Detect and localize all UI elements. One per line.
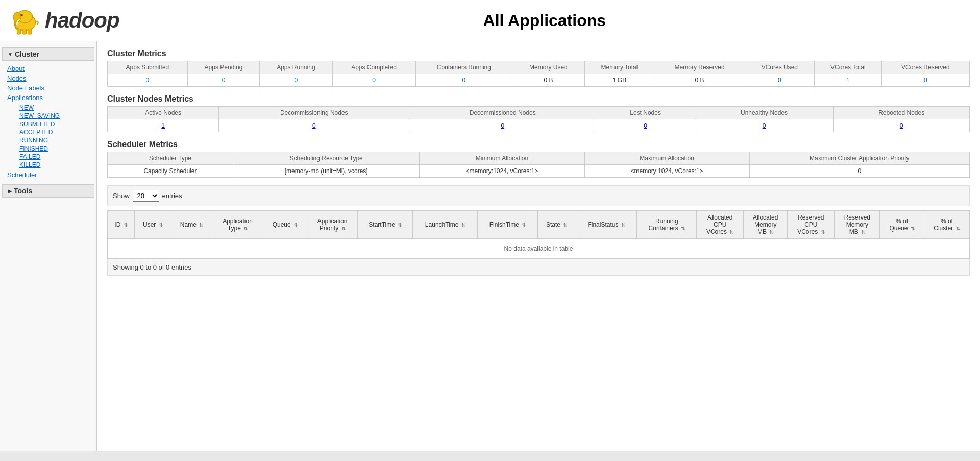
th-launch-time[interactable]: LaunchTime ⇅ [413,211,478,239]
sidebar-item-node-labels[interactable]: Node Labels [7,83,89,93]
val-decommissioning-nodes[interactable]: 0 [219,119,409,132]
app-sub-links: NEW NEW_SAVING SUBMITTED ACCEPTED RUNNIN… [7,103,89,170]
sort-icon-pct-cluster: ⇅ [956,226,960,231]
sort-icon-user: ⇅ [159,222,163,228]
logo-area: hadoop [10,5,119,36]
col-vcores-used: VCores Used [745,61,814,74]
th-reserved-cpu-vcores[interactable]: ReservedCPUVCores ⇅ [788,211,835,239]
cluster-arrow-icon: ▼ [8,52,13,57]
val-max-cluster-app-priority: 0 [749,165,969,178]
no-data-row: No data available in table [108,239,970,259]
sidebar-item-nodes[interactable]: Nodes [7,74,89,83]
sort-icon-reserved-memory: ⇅ [861,229,865,235]
col-scheduling-resource-type: Scheduling Resource Type [233,152,420,165]
sort-icon-queue: ⇅ [293,222,298,228]
sort-icon-finish-time: ⇅ [522,222,526,228]
th-pct-of-cluster[interactable]: % ofCluster ⇅ [924,211,969,239]
sort-icon-allocated-memory: ⇅ [769,229,773,235]
val-decommissioned-nodes[interactable]: 0 [409,119,596,132]
svg-rect-7 [28,29,32,35]
th-finish-time[interactable]: FinishTime ⇅ [478,211,537,239]
val-apps-completed: 0 [332,74,415,87]
sidebar-item-scheduler[interactable]: Scheduler [7,170,89,180]
sidebar-item-failed[interactable]: FAILED [19,153,77,161]
val-vcores-total: 1 [814,74,881,87]
sort-icon-name: ⇅ [199,222,203,228]
th-application-type[interactable]: ApplicationType ⇅ [212,211,263,239]
sort-icon-allocated-cpu: ⇅ [729,229,733,235]
sidebar-item-applications[interactable]: Applications [7,93,89,103]
show-label: Show [113,192,130,200]
th-state[interactable]: State ⇅ [537,211,576,239]
th-id[interactable]: ID ⇅ [108,211,135,239]
sidebar-item-new[interactable]: NEW [19,104,77,112]
sort-icon-state: ⇅ [563,222,567,228]
val-active-nodes[interactable]: 1 [108,119,219,132]
th-queue[interactable]: Queue ⇅ [263,211,307,239]
val-containers-running: 0 [415,74,512,87]
col-apps-pending: Apps Pending [187,61,259,74]
col-max-cluster-app-priority: Maximum Cluster Application Priority [749,152,969,165]
val-scheduling-resource-type: [memory-mb (unit=Mi), vcores] [233,165,420,178]
sidebar-item-finished[interactable]: FINISHED [19,144,77,153]
sort-icon-reserved-cpu: ⇅ [821,229,825,235]
logo-text: hadoop [45,8,119,33]
bottom-scrollbar[interactable] [0,451,980,456]
th-reserved-memory-mb[interactable]: ReservedMemoryMB ⇅ [835,211,880,239]
col-decommissioning-nodes: Decommissioning Nodes [219,107,409,119]
cluster-section: ▼ Cluster About Nodes Node Labels Applic… [0,47,96,182]
th-name[interactable]: Name ⇅ [171,211,212,239]
th-allocated-memory-mb[interactable]: AllocatedMemoryMB ⇅ [744,211,788,239]
col-memory-total: Memory Total [584,61,654,74]
val-maximum-allocation: <memory:1024, vCores:1> [584,165,749,178]
th-allocated-cpu-vcores[interactable]: AllocatedCPUVCores ⇅ [697,211,744,239]
val-lost-nodes[interactable]: 0 [596,119,695,132]
sidebar-item-submitted[interactable]: SUBMITTED [19,120,77,128]
col-unhealthy-nodes: Unhealthy Nodes [695,107,834,119]
sidebar-item-accepted[interactable]: ACCEPTED [19,128,77,136]
val-vcores-reserved: 0 [881,74,969,87]
applications-table: ID ⇅ User ⇅ Name ⇅ ApplicationType ⇅ Que… [107,210,970,259]
val-apps-pending: 0 [187,74,259,87]
val-rebooted-nodes[interactable]: 0 [834,119,970,132]
cluster-metrics-title: Cluster Metrics [107,49,970,58]
col-apps-running: Apps Running [260,61,332,74]
col-vcores-total: VCores Total [814,61,881,74]
sort-icon-start-time: ⇅ [398,222,402,228]
cluster-links: About Nodes Node Labels Applications NEW… [0,62,96,182]
col-apps-submitted: Apps Submitted [108,61,188,74]
sidebar-item-about[interactable]: About [7,64,89,74]
col-maximum-allocation: Maximum Allocation [584,152,749,165]
val-memory-reserved: 0 B [654,74,745,87]
tools-section-header[interactable]: ▶ Tools [2,184,94,198]
th-application-priority[interactable]: ApplicationPriority ⇅ [307,211,358,239]
tools-arrow-icon: ▶ [8,188,12,194]
scheduler-metrics-table: Scheduler Type Scheduling Resource Type … [107,152,970,178]
val-unhealthy-nodes[interactable]: 0 [695,119,834,132]
cluster-section-header[interactable]: ▼ Cluster [2,47,94,61]
col-vcores-reserved: VCores Reserved [881,61,969,74]
col-memory-used: Memory Used [512,61,584,74]
sort-icon-id: ⇅ [124,222,128,228]
val-minimum-allocation: <memory:1024, vCores:1> [420,165,584,178]
th-user[interactable]: User ⇅ [135,211,172,239]
svg-point-3 [20,14,23,16]
val-memory-used: 0 B [512,74,584,87]
sidebar-item-killed[interactable]: KILLED [19,161,77,169]
th-start-time[interactable]: StartTime ⇅ [358,211,413,239]
cluster-nodes-metrics-table: Active Nodes Decommissioning Nodes Decom… [107,106,970,132]
th-running-containers[interactable]: RunningContainers ⇅ [637,211,697,239]
val-scheduler-type: Capacity Scheduler [108,165,233,178]
col-lost-nodes: Lost Nodes [596,107,695,119]
col-minimum-allocation: Minimum Allocation [420,152,584,165]
th-pct-of-queue[interactable]: % ofQueue ⇅ [880,211,924,239]
sort-icon-app-type: ⇅ [243,226,248,231]
val-vcores-used: 0 [745,74,814,87]
sidebar-item-running[interactable]: RUNNING [19,136,77,144]
svg-rect-5 [17,29,21,35]
col-decommissioned-nodes: Decommissioned Nodes [409,107,596,119]
th-final-status[interactable]: FinalStatus ⇅ [576,211,637,239]
sidebar-item-new-saving[interactable]: NEW_SAVING [19,112,77,120]
cluster-section-label: Cluster [15,50,39,58]
entries-select[interactable]: 10 20 50 100 [133,190,159,202]
